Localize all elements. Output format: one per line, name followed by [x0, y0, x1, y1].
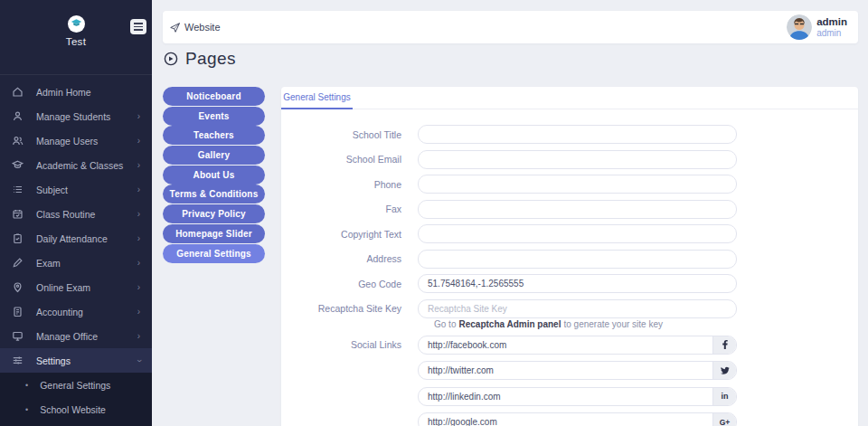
- submenu-item-school-website[interactable]: • School Website: [0, 398, 152, 423]
- chevron-right-icon: ›: [137, 283, 140, 292]
- user-menu[interactable]: admin admin: [787, 14, 847, 40]
- chevron-right-icon: ›: [137, 210, 140, 219]
- user-avatar: [787, 14, 812, 40]
- user-role: admin: [816, 28, 847, 39]
- pill-gallery[interactable]: Gallery: [163, 146, 265, 165]
- page-nav-pills: Noticeboard Events Teachers Gallery Abou…: [163, 87, 265, 263]
- form-row: Fax: [281, 200, 858, 219]
- student-icon: [12, 110, 24, 122]
- ledger-icon: [12, 306, 24, 317]
- list-icon: [12, 184, 24, 195]
- submenu-item-general-settings[interactable]: • General Settings: [0, 373, 152, 398]
- google-plus-icon: G+: [712, 413, 736, 426]
- school-email-input[interactable]: [418, 150, 737, 169]
- linkedin-glyph: in: [722, 392, 729, 401]
- pill-events[interactable]: Events: [163, 107, 265, 126]
- clipboard-check-icon: [12, 232, 24, 244]
- monitor-icon: [12, 330, 24, 342]
- google-url-input[interactable]: [419, 413, 712, 426]
- chevron-right-icon: ›: [137, 112, 140, 121]
- sidebar-item-label: Manage Office: [36, 331, 98, 342]
- form-row: Geo Code: [281, 274, 858, 293]
- sidebar-item-label: Daily Attendance: [36, 233, 108, 244]
- sidebar-item-academic-classes[interactable]: Academic & Classes ›: [0, 153, 152, 177]
- pill-privacy-policy[interactable]: Privacy Policy: [163, 204, 265, 223]
- sidebar-item-daily-attendance[interactable]: Daily Attendance ›: [0, 226, 152, 251]
- sidebar-nav: Admin Home Manage Students › Manage User…: [0, 75, 152, 426]
- form-row: Address: [281, 250, 858, 269]
- school-title-input[interactable]: [418, 125, 737, 144]
- menu-icon[interactable]: [130, 19, 146, 34]
- sidebar-item-manage-students[interactable]: Manage Students ›: [0, 104, 152, 128]
- field-label: Recaptcha Site Key: [281, 303, 418, 314]
- recaptcha-site-key-input[interactable]: [418, 299, 737, 318]
- submenu-item-label: General Settings: [40, 380, 110, 391]
- fax-input[interactable]: [418, 200, 737, 219]
- pill-about-us[interactable]: About Us: [163, 166, 265, 185]
- paper-plane-icon: [170, 23, 180, 33]
- sidebar-item-exam[interactable]: Exam ›: [0, 251, 152, 275]
- sidebar-item-subject[interactable]: Subject ›: [0, 177, 152, 202]
- pill-terms-conditions[interactable]: Terms & Conditions: [163, 185, 265, 204]
- form-row: Phone: [281, 175, 858, 194]
- sidebar-item-online-exam[interactable]: Online Exam ›: [0, 275, 152, 299]
- pill-general-settings[interactable]: General Settings: [163, 244, 265, 263]
- copyright-text-input[interactable]: [418, 224, 737, 243]
- sidebar-item-manage-office[interactable]: Manage Office ›: [0, 324, 152, 348]
- sidebar-item-label: Subject: [36, 185, 68, 195]
- twitter-icon: [712, 362, 736, 379]
- sidebar-item-label: Online Exam: [36, 282, 90, 293]
- google-input-group: G+: [418, 412, 737, 426]
- social-row-linkedin: in: [281, 387, 858, 406]
- field-label: Phone: [281, 179, 418, 190]
- bullet-icon: •: [25, 381, 28, 390]
- field-label: Geo Code: [281, 279, 418, 289]
- phone-input[interactable]: [418, 175, 737, 194]
- sidebar-item-manage-users[interactable]: Manage Users ›: [0, 128, 152, 153]
- school-logo-icon[interactable]: [68, 15, 85, 33]
- linkedin-url-input[interactable]: [419, 388, 712, 405]
- sidebar-item-admin-home[interactable]: Admin Home: [0, 80, 152, 104]
- form-row: Copyright Text: [281, 224, 858, 243]
- pill-teachers[interactable]: Teachers: [163, 126, 265, 145]
- tab-general-settings[interactable]: General Settings: [281, 87, 353, 109]
- address-input[interactable]: [418, 250, 737, 269]
- calendar-icon: [12, 208, 24, 220]
- twitter-url-input[interactable]: [419, 362, 712, 379]
- field-label: Social Links: [281, 339, 418, 350]
- hint-link[interactable]: Recaptcha Admin panel: [458, 319, 561, 329]
- sidebar-item-settings[interactable]: Settings ›: [0, 348, 152, 373]
- pill-homepage-slider[interactable]: Homepage Slider: [163, 224, 265, 243]
- field-label: Address: [281, 253, 418, 264]
- form-row: School Title: [281, 125, 858, 144]
- pill-noticeboard[interactable]: Noticeboard: [163, 87, 265, 106]
- settings-card: General Settings School Title School Ema…: [281, 87, 858, 426]
- hint-suffix: to generate your site key: [563, 319, 663, 329]
- topbar: Website admin admin: [163, 11, 858, 43]
- chevron-right-icon: ›: [137, 308, 140, 317]
- user-text: admin admin: [816, 16, 847, 39]
- page-title-text: Pages: [185, 49, 236, 69]
- form-row: School Email: [281, 150, 858, 169]
- hint-prefix: Go to: [434, 319, 456, 329]
- submenu-item-label: School Website: [40, 404, 106, 415]
- social-row-twitter: [281, 361, 858, 380]
- map-pin-icon: [12, 281, 24, 293]
- linkedin-icon: in: [712, 388, 736, 405]
- field-label: School Title: [281, 129, 418, 140]
- sidebar-item-class-routine[interactable]: Class Routine ›: [0, 202, 152, 226]
- chevron-right-icon: ›: [137, 234, 140, 243]
- twitter-input-group: [418, 361, 737, 380]
- sliders-icon: [12, 355, 24, 366]
- geo-code-input[interactable]: [418, 274, 737, 293]
- tab-bar: General Settings: [281, 87, 858, 109]
- social-row-facebook: Social Links: [281, 336, 858, 355]
- website-link[interactable]: Website: [170, 22, 221, 33]
- sidebar-item-label: Class Routine: [36, 209, 95, 220]
- facebook-url-input[interactable]: [419, 336, 712, 354]
- submenu-item-sms-settings[interactable]: • Sms Settings: [0, 422, 152, 426]
- form-row: Recaptcha Site Key: [281, 299, 858, 318]
- graduation-cap-icon: [12, 159, 24, 171]
- sidebar-item-accounting[interactable]: Accounting ›: [0, 299, 152, 324]
- chevron-down-icon: ›: [134, 359, 143, 362]
